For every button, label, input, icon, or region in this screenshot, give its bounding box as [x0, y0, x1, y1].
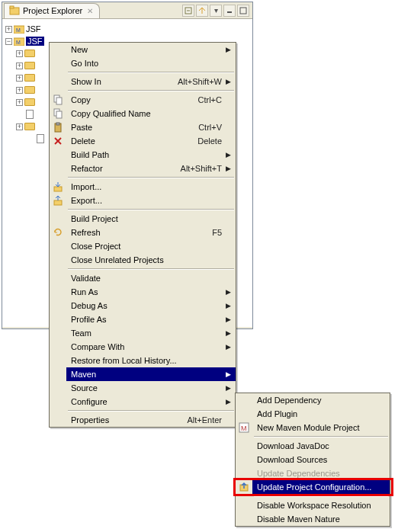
blank-icon	[50, 285, 66, 299]
expand-icon[interactable]: +	[16, 99, 23, 106]
folder-icon	[24, 74, 35, 82]
menu-item-compare-with[interactable]: Compare With▶	[50, 340, 236, 354]
menu-item-validate[interactable]: Validate	[50, 271, 236, 285]
blank-icon	[236, 453, 252, 466]
menu-item-build-project[interactable]: Build Project	[50, 212, 236, 226]
svg-rect-5	[240, 8, 246, 14]
menu-item-close-unrelated-projects[interactable]: Close Unrelated Projects	[50, 253, 236, 267]
folder-icon	[24, 98, 35, 106]
menu-item-update-dependencies[interactable]: Update Dependencies	[236, 466, 390, 480]
menu-item-import[interactable]: Import...	[50, 180, 236, 194]
menu-item-go-into[interactable]: Go Into	[50, 56, 236, 70]
expand-icon[interactable]: +	[5, 26, 12, 33]
blank-icon	[50, 395, 66, 409]
submenu-arrow-icon: ▶	[226, 288, 231, 296]
blank-icon	[50, 253, 66, 267]
blank-icon	[236, 439, 252, 453]
menu-item-new-maven-module-project[interactable]: MNew Maven Module Project	[236, 421, 390, 434]
menu-item-download-sources[interactable]: Download Sources	[236, 453, 390, 466]
menu-item-refresh[interactable]: RefreshF5	[50, 226, 236, 239]
menu-item-label: Disable Workspace Resolution	[252, 501, 390, 510]
menu-item-disable-workspace-resolution[interactable]: Disable Workspace Resolution	[236, 498, 390, 512]
menu-item-disable-maven-nature[interactable]: Disable Maven Nature	[236, 512, 390, 526]
submenu-arrow-icon: ▶	[226, 398, 231, 405]
menu-item-label: Update Dependencies	[252, 469, 390, 478]
menu-item-refactor[interactable]: RefactorAlt+Shift+T▶	[50, 162, 236, 175]
menu-item-label: Import...	[66, 182, 236, 191]
menu-item-download-javadoc[interactable]: Download JavaDoc	[236, 439, 390, 453]
expand-icon[interactable]: +	[16, 62, 23, 69]
spacer	[16, 111, 24, 119]
submenu-arrow-icon: ▶	[226, 316, 231, 323]
menu-item-add-dependency[interactable]: Add Dependency	[236, 393, 390, 407]
menu-item-maven[interactable]: Maven▶	[50, 367, 236, 381]
export-icon	[50, 194, 66, 207]
blank-icon	[236, 466, 252, 480]
copy-icon	[50, 107, 66, 120]
maximize-view-button[interactable]	[237, 5, 249, 17]
menu-item-properties[interactable]: PropertiesAlt+Enter	[50, 413, 236, 427]
menu-item-debug-as[interactable]: Debug As▶	[50, 299, 236, 312]
blank-icon	[236, 512, 252, 526]
collapse-icon[interactable]: −	[5, 38, 12, 45]
menu-item-team[interactable]: Team▶	[50, 326, 236, 340]
blank-icon	[50, 381, 66, 395]
menu-item-label: Add Dependency	[252, 396, 390, 405]
menu-separator	[68, 72, 234, 73]
blank-icon	[50, 413, 66, 427]
menu-item-label: Export...	[66, 196, 236, 205]
menu-item-build-path[interactable]: Build Path▶	[50, 148, 236, 162]
submenu-arrow-icon: ▶	[226, 329, 231, 337]
menu-item-close-project[interactable]: Close Project	[50, 239, 236, 253]
menu-item-label: Maven	[66, 370, 236, 379]
menu-item-run-as[interactable]: Run As▶	[50, 285, 236, 299]
menu-item-source[interactable]: Source▶	[50, 381, 236, 395]
menu-item-accelerator: F5	[212, 228, 236, 237]
menu-item-label: Close Project	[66, 242, 236, 251]
menu-item-add-plugin[interactable]: Add Plugin	[236, 407, 390, 421]
svg-rect-18	[54, 187, 62, 191]
menu-item-new[interactable]: New▶	[50, 43, 236, 56]
blank-icon	[50, 43, 66, 56]
expand-icon[interactable]: +	[16, 123, 23, 130]
menu-item-export[interactable]: Export...	[50, 194, 236, 207]
blank-icon	[50, 271, 66, 285]
view-menu-button[interactable]: ▾	[210, 5, 222, 17]
svg-text:M: M	[241, 425, 247, 432]
menu-item-profile-as[interactable]: Profile As▶	[50, 312, 236, 326]
minimize-view-button[interactable]	[223, 5, 236, 17]
menu-item-restore-from-local-history[interactable]: Restore from Local History...	[50, 354, 236, 367]
menu-item-label: Copy Qualified Name	[66, 109, 236, 118]
submenu-arrow-icon: ▶	[226, 384, 231, 392]
tree-node[interactable]: + M JSF	[4, 23, 251, 35]
menu-item-show-in[interactable]: Show InAlt+Shift+W▶	[50, 75, 236, 88]
expand-icon[interactable]: +	[16, 75, 23, 82]
navigator-icon	[9, 5, 20, 16]
menu-separator	[68, 90, 234, 91]
submenu-arrow-icon: ▶	[226, 46, 231, 53]
menu-item-paste[interactable]: PasteCtrl+V	[50, 120, 236, 134]
expand-icon[interactable]: +	[16, 87, 23, 94]
expand-icon[interactable]: +	[16, 50, 23, 57]
menu-item-copy[interactable]: CopyCtrl+C	[50, 93, 236, 107]
menu-item-label: Validate	[66, 274, 236, 283]
svg-text:M: M	[16, 27, 21, 33]
menu-item-label: Build Project	[66, 214, 236, 223]
tree-node-label: JSF	[26, 37, 44, 46]
blank-icon	[236, 407, 252, 421]
menu-item-label: Delete	[66, 136, 197, 146]
close-icon[interactable]: ✕	[87, 7, 93, 15]
menu-item-configure[interactable]: Configure▶	[50, 395, 236, 409]
menu-item-copy-qualified-name[interactable]: Copy Qualified Name	[50, 107, 236, 120]
menu-item-label: Copy	[66, 95, 198, 104]
view-tab-project-explorer[interactable]: Project Explorer ✕	[4, 3, 100, 18]
maven-icon: M	[236, 421, 252, 434]
collapse-all-button[interactable]	[182, 5, 194, 17]
menu-item-delete[interactable]: DeleteDelete	[50, 134, 236, 148]
menu-item-update-project-configuration[interactable]: Update Project Configuration...	[236, 480, 390, 494]
menu-separator	[254, 495, 388, 497]
update-icon	[236, 480, 252, 494]
svg-rect-13	[56, 111, 62, 118]
paste-icon	[50, 120, 66, 134]
link-editor-button[interactable]	[196, 5, 208, 17]
